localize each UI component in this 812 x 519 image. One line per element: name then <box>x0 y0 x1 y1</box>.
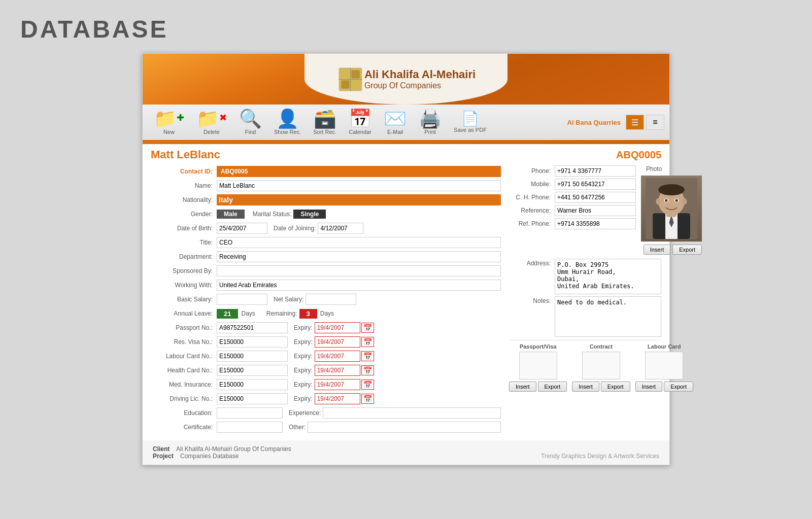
passport-calendar-icon[interactable]: 📅 <box>361 323 374 333</box>
education-input[interactable] <box>217 407 283 419</box>
contract-doc-block: Contract Insert Export <box>572 343 630 392</box>
toolbar: 📁✚ New 📁✖ Delete 🔍 Find 👤 Show Rec. 🗃️ S… <box>143 105 669 141</box>
med-expiry-input[interactable] <box>315 379 360 390</box>
svg-rect-4 <box>351 80 360 89</box>
title-label: Title: <box>151 239 217 246</box>
passport-label: Passport No.: <box>151 324 217 331</box>
svg-rect-2 <box>351 70 360 79</box>
footer-left: Client Ali Khalifa Al-Mehairi Group Of C… <box>153 445 291 460</box>
passport-export-button[interactable]: Export <box>538 382 567 392</box>
sort-rec-button[interactable]: 🗃️ Sort Rec. <box>307 108 343 137</box>
name-input[interactable] <box>217 180 501 191</box>
dept-label: Department: <box>151 253 217 260</box>
title-row: Title: <box>151 236 501 249</box>
driving-calendar-icon[interactable]: 📅 <box>361 394 374 404</box>
app-header: Ali Khalifa Al-Mehairi Group Of Companie… <box>143 54 669 105</box>
photo-box <box>641 176 702 241</box>
mobile-row: Mobile: <box>509 179 636 190</box>
driving-expiry-input[interactable] <box>315 393 360 404</box>
photo-label: Photo <box>646 165 662 172</box>
joining-label: Date of Joining: <box>274 225 316 232</box>
list-view-button[interactable]: ≡ <box>646 115 664 130</box>
sponsored-input[interactable] <box>217 265 501 276</box>
print-label: Print <box>424 129 436 135</box>
labour-export-button[interactable]: Export <box>664 382 693 392</box>
project-label: Project <box>153 453 174 460</box>
ch-phone-row: C. H. Phone: <box>509 192 636 203</box>
passport-input[interactable] <box>217 322 288 333</box>
driving-lic-input[interactable] <box>217 393 288 404</box>
new-icon: 📁✚ <box>154 110 184 128</box>
working-input[interactable] <box>217 280 501 291</box>
contract-export-button[interactable]: Export <box>601 382 630 392</box>
photo-export-button[interactable]: Export <box>672 245 702 255</box>
mobile-input[interactable] <box>555 179 636 190</box>
reference-row: Reference: <box>509 205 636 216</box>
res-visa-input[interactable] <box>217 336 288 348</box>
passport-insert-button[interactable]: Insert <box>509 382 536 392</box>
ref-phone-input[interactable] <box>555 218 636 229</box>
experience-input[interactable] <box>323 407 501 419</box>
res-visa-label: Res. Visa No.: <box>151 338 217 345</box>
contact-id-input[interactable] <box>217 166 501 177</box>
passport-doc-buttons: Insert Export <box>509 382 567 392</box>
res-visa-calendar-icon[interactable]: 📅 <box>361 337 374 347</box>
labour-calendar-icon[interactable]: 📅 <box>361 351 374 361</box>
delete-icon: 📁✖ <box>196 110 227 128</box>
calendar-button[interactable]: 📅 Calendar <box>343 108 378 137</box>
show-rec-label: Show Rec. <box>274 129 301 135</box>
notes-textarea[interactable]: Need to do medical. <box>555 296 661 337</box>
certificate-input[interactable] <box>217 422 283 433</box>
med-calendar-icon[interactable]: 📅 <box>361 379 374 390</box>
med-expiry-label: Expiry: <box>294 381 313 388</box>
ch-phone-input[interactable] <box>555 192 636 203</box>
delete-button[interactable]: 📁✖ Delete <box>190 108 233 137</box>
address-textarea[interactable]: P.O. Box 29975 Umm Hurair Road, Dubai, U… <box>555 259 661 294</box>
show-rec-button[interactable]: 👤 Show Rec. <box>268 108 307 137</box>
reference-input[interactable] <box>555 205 636 216</box>
project-value: Companies Database <box>180 453 239 460</box>
med-ins-input[interactable] <box>217 379 288 390</box>
labour-insert-button[interactable]: Insert <box>635 382 663 392</box>
find-button[interactable]: 🔍 Find <box>233 108 268 137</box>
dob-row: Date of Birth: Date of Joining: <box>151 222 501 234</box>
gender-label: Gender: <box>151 211 217 218</box>
res-visa-expiry-input[interactable] <box>315 336 360 348</box>
certificate-label: Certificate: <box>151 424 217 431</box>
labour-card-input[interactable] <box>217 351 288 362</box>
contract-insert-button[interactable]: Insert <box>572 382 599 392</box>
health-card-input[interactable] <box>217 365 288 376</box>
print-button[interactable]: 🖨️ Print <box>413 108 448 137</box>
card-view-button[interactable]: ☰ <box>626 115 644 130</box>
notes-label: Notes: <box>509 296 555 304</box>
contract-doc-box <box>582 352 620 379</box>
nationality-input[interactable] <box>217 194 501 205</box>
ref-phone-label: Ref. Phone: <box>509 220 555 227</box>
contract-doc-buttons: Insert Export <box>572 382 630 392</box>
labour-expiry-input[interactable] <box>315 351 360 362</box>
phone-input[interactable] <box>555 165 636 177</box>
health-expiry-input[interactable] <box>315 365 360 376</box>
net-salary-input[interactable] <box>306 294 356 305</box>
passport-expiry-input[interactable] <box>315 322 360 333</box>
labour-card-label: Labour Card No.: <box>151 353 217 360</box>
dob-label: Date of Birth: <box>151 225 217 232</box>
basic-salary-input[interactable] <box>217 294 267 305</box>
dob-input[interactable] <box>217 223 267 234</box>
net-salary-label: Net Salary: <box>274 296 303 303</box>
leave-row: Annual Leave: 21 Days Remaining: 3 Days <box>151 307 501 320</box>
app-footer: Client Ali Khalifa Al-Mehairi Group Of C… <box>143 440 669 465</box>
photo-insert-button[interactable]: Insert <box>644 245 671 255</box>
photo-section: Photo <box>641 165 702 255</box>
passport-doc-block: Passport/Visa Insert Export <box>509 343 567 392</box>
joining-input[interactable] <box>318 223 363 234</box>
other-input[interactable] <box>308 422 501 433</box>
title-input[interactable] <box>217 237 501 248</box>
health-calendar-icon[interactable]: 📅 <box>361 365 374 375</box>
dept-input[interactable] <box>217 251 501 262</box>
experience-label: Experience: <box>289 409 321 417</box>
new-button[interactable]: 📁✚ New <box>148 108 190 137</box>
save-pdf-button[interactable]: 📄 Save as PDF <box>448 110 493 135</box>
passport-doc-box <box>519 352 557 379</box>
email-button[interactable]: ✉️ E-Mail <box>378 108 413 137</box>
